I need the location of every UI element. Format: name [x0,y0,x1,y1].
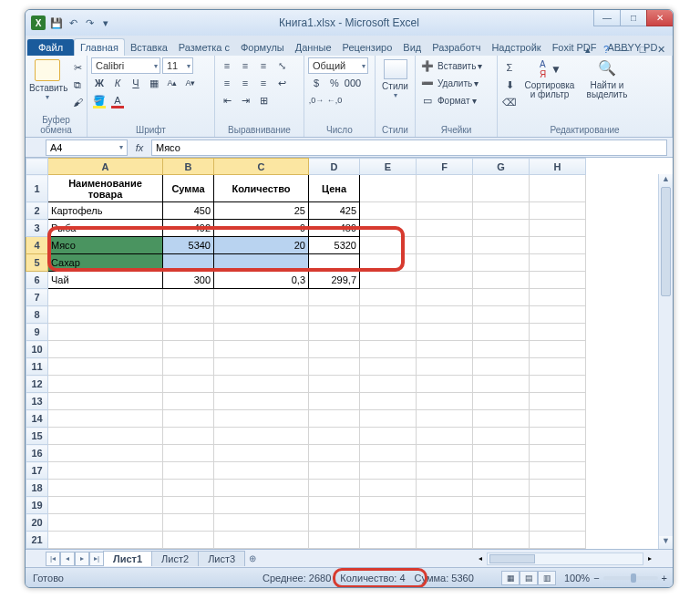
cell-G9[interactable] [473,324,530,341]
cell-B17[interactable] [163,462,214,480]
align-middle-icon[interactable]: ≡ [237,57,253,74]
cell-A2[interactable]: Картофель [48,202,163,220]
row-header-11[interactable]: 11 [26,358,48,376]
cell-G15[interactable] [473,428,530,445]
row-header-20[interactable]: 20 [26,514,48,532]
cell-A15[interactable] [48,428,163,445]
qat-more-icon[interactable]: ▾ [98,15,113,30]
mdi-restore-icon[interactable]: □ [636,44,649,56]
cell-C7[interactable] [214,289,309,306]
cell-A16[interactable] [48,445,163,462]
formula-input[interactable]: Мясо [151,139,667,156]
cell-H19[interactable] [530,497,586,514]
cell-H21[interactable] [530,532,586,549]
cell-E6[interactable] [360,272,417,289]
cell-B4[interactable]: 5340 [163,237,214,254]
cell-B3[interactable]: 492 [163,220,214,237]
cell-A21[interactable] [48,532,163,549]
align-left-icon[interactable]: ≡ [219,75,235,91]
fx-icon[interactable]: fx [131,139,148,156]
cell-C5[interactable] [214,254,309,272]
cell-D4[interactable]: 5320 [309,237,360,254]
minimize-button[interactable]: — [593,10,621,26]
insert-cells-button[interactable]: ➕Вставить ▾ [419,57,482,74]
cell-F11[interactable] [417,358,473,376]
horizontal-scrollbar[interactable]: ◂ ▸ [474,552,656,566]
tab-addins[interactable]: Надстройк [486,39,546,56]
italic-button[interactable]: К [109,75,126,91]
cell-B6[interactable]: 300 [163,272,214,289]
cell-A6[interactable]: Чай [48,272,163,289]
cell-H1[interactable] [530,175,586,202]
cell-B10[interactable] [163,341,214,358]
cell-E19[interactable] [360,497,417,514]
row-header-2[interactable]: 2 [26,202,48,220]
cell-A12[interactable] [48,376,163,393]
row-header-1[interactable]: 1 [26,175,48,202]
cell-C18[interactable] [214,480,309,497]
row-header-13[interactable]: 13 [26,393,48,410]
cell-F12[interactable] [417,376,473,393]
cell-C11[interactable] [214,358,309,376]
cell-G8[interactable] [473,306,530,324]
cell-E8[interactable] [360,306,417,324]
cell-B14[interactable] [163,410,214,428]
border-button[interactable]: ▦ [146,75,162,91]
cell-F17[interactable] [417,462,473,480]
sheet-tab-1[interactable]: Лист1 [103,551,152,566]
tab-insert[interactable]: Вставка [125,39,173,56]
cell-H7[interactable] [530,289,586,306]
cell-A17[interactable] [48,462,163,480]
cell-C6[interactable]: 0,3 [214,272,309,289]
cell-E3[interactable] [360,220,417,237]
zoom-slider[interactable] [603,576,658,580]
indent-inc-icon[interactable]: ⇥ [237,92,253,108]
row-header-15[interactable]: 15 [26,428,48,445]
scroll-up-icon[interactable]: ▲ [659,174,673,187]
cell-H2[interactable] [530,202,586,220]
cell-B2[interactable]: 450 [163,202,214,220]
cell-G10[interactable] [473,341,530,358]
cell-C13[interactable] [214,393,309,410]
col-header-H[interactable]: H [530,159,586,175]
cell-G20[interactable] [473,514,530,532]
cell-A20[interactable] [48,514,163,532]
scroll-left-icon[interactable]: ◂ [474,554,487,563]
cell-F1[interactable] [417,175,473,202]
col-header-B[interactable]: B [163,159,214,175]
name-box[interactable]: A4 [46,139,128,156]
cell-A8[interactable] [48,306,163,324]
cell-D6[interactable]: 299,7 [309,272,360,289]
undo-icon[interactable]: ↶ [66,15,80,30]
cell-D14[interactable] [309,410,360,428]
find-select-button[interactable]: 🔍 Найти и выделить [582,57,633,99]
styles-button[interactable]: Стили ▾ [379,57,411,99]
tab-view[interactable]: Вид [397,39,427,56]
cell-D11[interactable] [309,358,360,376]
orientation-icon[interactable]: ⤡ [273,57,290,74]
row-header-12[interactable]: 12 [26,376,48,393]
cell-F21[interactable] [417,532,473,549]
cell-E11[interactable] [360,358,417,376]
col-header-A[interactable]: A [48,159,163,175]
cell-G18[interactable] [473,480,530,497]
cell-A7[interactable] [48,289,163,306]
format-painter-icon[interactable]: 🖌 [69,94,86,110]
row-header-21[interactable]: 21 [26,532,48,549]
cell-E13[interactable] [360,393,417,410]
vertical-scrollbar[interactable]: ▲ ▼ [658,174,673,549]
view-pagebreak-icon[interactable]: ▥ [538,571,556,585]
sheet-nav-first-icon[interactable]: |◂ [46,552,60,566]
cell-D10[interactable] [309,341,360,358]
comma-icon[interactable]: 000 [345,75,361,91]
cell-C1[interactable]: Количество [214,175,309,202]
col-header-F[interactable]: F [417,159,473,175]
redo-icon[interactable]: ↷ [82,15,97,30]
row-header-14[interactable]: 14 [26,410,48,428]
save-icon[interactable]: 💾 [49,15,64,30]
cell-F10[interactable] [417,341,473,358]
cell-B13[interactable] [163,393,214,410]
cell-H3[interactable] [530,220,586,237]
cell-E14[interactable] [360,410,417,428]
cell-H18[interactable] [530,480,586,497]
